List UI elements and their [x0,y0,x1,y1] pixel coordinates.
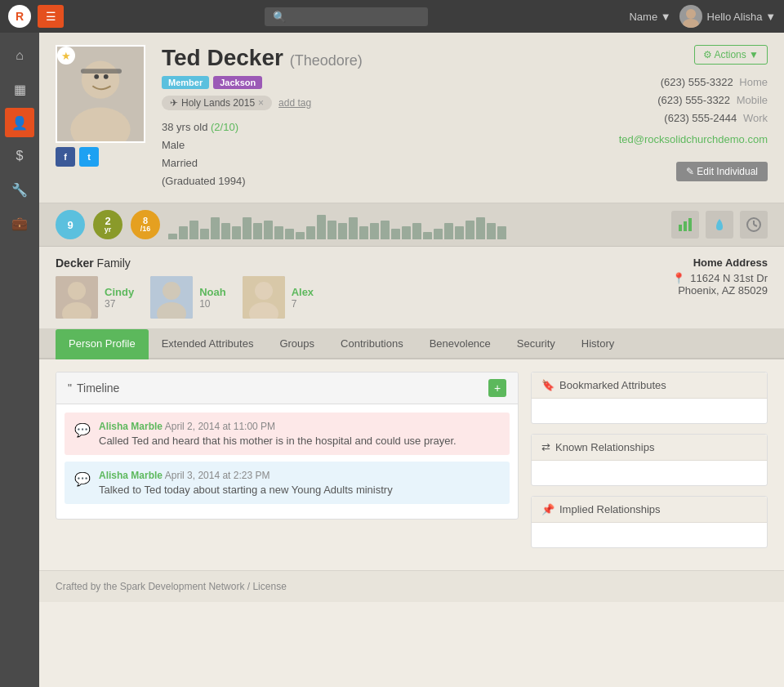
svg-rect-9 [684,221,687,231]
social-icons: f t [56,147,145,167]
family-address: Home Address 📍 11624 N 31st Dr Phoenix, … [663,257,768,297]
timeline-panel-header: " Timeline + [56,372,518,404]
email-link[interactable]: ted@rocksolidchurchdemo.com [619,133,768,145]
pin-icon: 📌 [541,503,555,515]
profile-header: ★ f t Ted Decker (Theodore) Member Jacks… [39,33,784,203]
tab-person-profile[interactable]: Person Profile [56,329,149,359]
chart-bar [327,221,336,239]
sidebar-item-briefcase[interactable]: 💼 [5,208,34,238]
top-nav: R ☰ Name ▼ Hello Alisha ▼ [0,0,784,33]
add-tag-link[interactable]: add tag [278,97,311,109]
tab-history[interactable]: History [568,329,627,359]
gender-row: Male [162,136,603,154]
svg-point-3 [82,61,119,99]
actions-button[interactable]: ⚙ Actions ▼ [694,45,768,65]
jackson-badge: Jackson [213,76,262,89]
tag-remove-icon[interactable]: × [258,97,264,109]
chart-bar [412,223,421,239]
svg-point-15 [68,282,86,300]
phone-work-label: Work [743,112,768,124]
bookmark-icon: 🔖 [541,379,555,391]
alex-age: 7 [292,298,314,310]
badge-2-sub: yr [105,226,112,234]
bar-chart-icon[interactable] [671,211,699,239]
activity-badge-2yr[interactable]: 2 yr [93,210,122,239]
entry-text-0: Called Ted and heard that his mother is … [99,435,457,447]
chart-bar [349,217,358,239]
svg-point-21 [255,282,273,300]
phone-work-num: (623) 555-2444 [664,112,737,124]
footer: Crafted by the Spark Development Network… [39,570,784,602]
quote-icon: " [68,381,72,395]
tag-text: Holy Lands 2015 [181,97,255,109]
user-hello-dropdown[interactable]: Hello Alisha ▼ [679,5,776,28]
tabs: Person Profile Extended Attributes Group… [39,329,784,359]
tags-row: ✈ Holy Lands 2015 × add tag [162,96,603,110]
main-layout: ⌂ ▦ 👤 $ 🔧 💼 [0,33,784,687]
chart-bar [381,221,390,239]
tab-extended-attributes[interactable]: Extended Attributes [149,329,267,359]
sidebar-item-dashboard[interactable]: ▦ [5,74,34,104]
nav-left: R ☰ [8,5,64,28]
family-title: Decker Family [56,257,314,270]
sidebar-item-home[interactable]: ⌂ [5,41,34,70]
tag-icon: ✈ [170,97,178,109]
cindy-info: Cindy 37 [105,286,134,310]
bookmarked-attributes-body [532,399,767,423]
timeline-add-button[interactable]: + [488,379,506,397]
last-name-text: Decker [207,45,283,70]
implied-relationships-body [532,523,767,547]
search-input[interactable] [265,7,428,26]
chart-bar [306,226,315,239]
implied-relationships-header: 📌 Implied Relationships [532,497,767,523]
chart-bar [338,223,347,239]
family-member-noah[interactable]: Noah 10 [150,276,226,319]
entry-author-0[interactable]: Alisha Marble [99,421,163,432]
address-line2: Phoenix, AZ 85029 [663,284,768,297]
activity-badge-8-16[interactable]: 8 /16 [131,210,160,239]
sidebar-item-finance[interactable]: $ [5,141,34,171]
bookmarked-attributes-header: 🔖 Bookmarked Attributes [532,372,767,399]
menu-button[interactable]: ☰ [38,5,64,28]
timeline-title-text: Timeline [77,381,119,395]
activity-badge-9[interactable]: 9 [56,210,85,239]
tab-contributions[interactable]: Contributions [327,329,416,359]
address-title: Home Address [663,257,768,269]
phone-mobile: (623) 555-3322 Mobile [619,91,768,109]
activity-chart [168,210,663,239]
cindy-photo [56,276,98,319]
sidebar-item-people[interactable]: 👤 [5,108,34,137]
tab-benevolence[interactable]: Benevolence [416,329,504,359]
address-line1: 📍 11624 N 31st Dr [663,272,768,284]
badges: Member Jackson [162,76,603,89]
tab-groups[interactable]: Groups [266,329,327,359]
relationship-icon: ⇄ [541,441,550,453]
phone-home-num: (623) 555-3322 [661,76,733,88]
tab-security[interactable]: Security [504,329,568,359]
member-badge: Member [162,76,209,89]
location-icon: 📍 [672,272,685,284]
name-dropdown[interactable]: Name ▼ [629,11,670,23]
entry-date-0-text: April 2, 2014 at 11:00 PM [165,421,275,432]
timeline-panel: " Timeline + 💬 Alisha Marble [56,372,519,520]
timeline-body: 💬 Alisha Marble April 2, 2014 at 11:00 P… [56,404,518,519]
phone-work: (623) 555-2444 Work [619,109,768,127]
edit-individual-button[interactable]: ✎ Edit Individual [676,162,768,181]
water-drop-icon[interactable] [706,211,733,239]
twitter-icon[interactable]: t [79,147,99,167]
star-badge: ★ [57,47,75,65]
activity-bar: 9 2 yr 8 /16 [39,203,784,247]
facebook-icon[interactable]: f [56,147,75,167]
chart-bar [317,215,326,239]
family-member-alex[interactable]: Alex 7 [243,276,314,319]
user-avatar [679,5,702,28]
age-link[interactable]: (2/10) [211,121,238,133]
clock-icon[interactable] [740,211,768,239]
tag-pill[interactable]: ✈ Holy Lands 2015 × [162,96,272,110]
entry-author-1[interactable]: Alisha Marble [99,470,163,481]
chart-bar [221,223,230,239]
chart-bar [497,226,506,239]
sidebar-item-tools[interactable]: 🔧 [5,175,34,204]
cindy-name: Cindy [105,286,134,298]
family-member-cindy[interactable]: Cindy 37 [56,276,134,319]
